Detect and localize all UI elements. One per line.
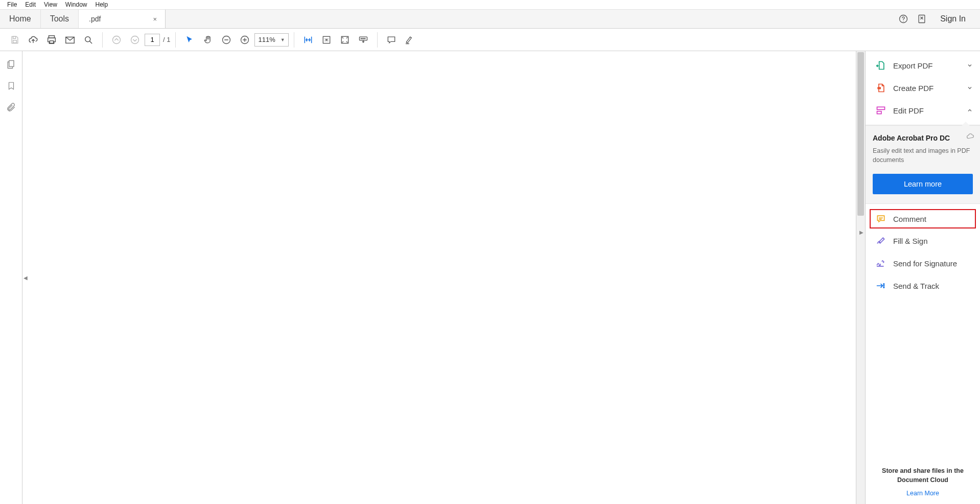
chevron-down-icon — [967, 62, 973, 68]
help-icon[interactable] — [896, 12, 911, 26]
tool-create-pdf[interactable]: Create PDF — [866, 77, 980, 99]
footer-label: Store and share files in the Document Cl… — [875, 467, 971, 485]
menu-file[interactable]: File — [3, 1, 21, 9]
svg-rect-20 — [9, 61, 13, 67]
page-number-control: / 1 — [145, 34, 170, 46]
notifications-icon[interactable] — [915, 12, 929, 26]
svg-point-17 — [362, 38, 362, 38]
svg-rect-3 — [13, 36, 16, 38]
tool-send-track-label: Send & Track — [893, 282, 939, 290]
svg-point-10 — [131, 36, 139, 43]
zoom-value: 111% — [258, 36, 275, 43]
comment-icon — [876, 214, 886, 224]
tool-export-pdf[interactable]: Export PDF — [866, 54, 980, 77]
tab-home[interactable]: Home — [0, 10, 41, 28]
tab-tools[interactable]: Tools — [41, 10, 79, 28]
svg-point-24 — [883, 284, 884, 285]
fill-sign-icon — [876, 236, 886, 246]
fit-width-button[interactable] — [299, 31, 317, 49]
svg-rect-4 — [13, 40, 17, 42]
svg-point-26 — [883, 287, 884, 288]
attachment-icon[interactable] — [5, 101, 17, 113]
create-pdf-icon — [876, 83, 886, 93]
svg-rect-2 — [919, 15, 925, 23]
export-pdf-icon — [876, 60, 886, 71]
svg-point-9 — [113, 36, 121, 43]
fullscreen-button[interactable] — [336, 31, 354, 49]
print-button[interactable] — [43, 31, 60, 49]
main-area: ◀ ▶ Export PDF Create PDF — [0, 51, 980, 504]
tool-fill-sign[interactable]: Fill & Sign — [866, 230, 980, 252]
menu-help[interactable]: Help — [91, 1, 112, 9]
page-total-label: / 1 — [163, 36, 170, 43]
page-thumbnails-icon[interactable] — [5, 58, 17, 71]
send-track-icon — [876, 281, 886, 291]
page-number-input[interactable] — [145, 34, 160, 46]
navigation-pane — [0, 51, 22, 504]
tool-create-pdf-label: Create PDF — [893, 84, 934, 93]
search-button[interactable] — [80, 31, 97, 49]
tool-comment-label: Comment — [893, 215, 926, 223]
nav-pane-collapse-handle[interactable]: ◀ — [22, 271, 29, 284]
hand-tool-button[interactable] — [199, 31, 217, 49]
menu-window[interactable]: Window — [61, 1, 91, 9]
chevron-down-icon: ▼ — [281, 37, 285, 42]
tab-document-title: .pdf — [89, 15, 101, 23]
svg-point-16 — [361, 38, 361, 38]
tool-edit-pdf[interactable]: Edit PDF — [866, 99, 980, 122]
fit-page-button[interactable] — [318, 31, 335, 49]
edit-panel-description: Easily edit text and images in PDF docum… — [873, 146, 973, 165]
learn-more-button[interactable]: Learn more — [873, 174, 973, 194]
vertical-scrollbar[interactable] — [856, 51, 866, 504]
tool-edit-pdf-label: Edit PDF — [893, 106, 924, 115]
document-view[interactable]: ◀ — [22, 51, 856, 504]
sign-in-button[interactable]: Sign In — [933, 14, 973, 24]
zoom-in-button[interactable] — [236, 31, 253, 49]
tool-comment[interactable]: Comment — [870, 209, 976, 228]
edit-panel-title: Adobe Acrobat Pro DC — [873, 134, 973, 142]
svg-point-25 — [883, 285, 884, 286]
svg-point-19 — [364, 38, 365, 38]
highlight-button[interactable] — [401, 31, 418, 49]
tool-fill-sign-label: Fill & Sign — [893, 237, 928, 245]
zoom-out-button[interactable] — [218, 31, 235, 49]
tab-document[interactable]: .pdf × — [79, 10, 166, 28]
menu-bar: File Edit View Window Help — [0, 0, 980, 9]
tools-pane-footer: Store and share files in the Document Cl… — [866, 462, 980, 504]
read-mode-button[interactable] — [355, 31, 372, 49]
bookmark-icon[interactable] — [5, 80, 17, 92]
svg-point-18 — [363, 38, 364, 38]
menu-edit[interactable]: Edit — [21, 1, 40, 9]
cloud-upload-button[interactable] — [25, 31, 42, 49]
comment-bubble-button[interactable] — [383, 31, 400, 49]
edit-pdf-panel: Adobe Acrobat Pro DC Easily edit text an… — [866, 125, 980, 204]
svg-rect-6 — [50, 40, 53, 43]
tools-pane: ▶ Export PDF Create PDF — [866, 51, 980, 504]
tool-send-track[interactable]: Send & Track — [866, 274, 980, 297]
menu-view[interactable]: View — [40, 1, 61, 9]
tools-pane-collapse-handle[interactable]: ▶ — [858, 226, 865, 238]
tool-send-signature[interactable]: Send for Signature — [866, 252, 980, 274]
zoom-select[interactable]: 111% ▼ — [254, 33, 288, 47]
tab-bar: Home Tools .pdf × Sign In — [0, 9, 980, 29]
chevron-down-icon — [967, 85, 973, 91]
tab-close-button[interactable]: × — [150, 15, 160, 23]
send-signature-icon — [876, 258, 886, 268]
save-button[interactable] — [6, 31, 24, 49]
next-page-button[interactable] — [126, 31, 144, 49]
prev-page-button[interactable] — [108, 31, 125, 49]
edit-pdf-icon — [876, 105, 886, 116]
tool-export-pdf-label: Export PDF — [893, 61, 933, 70]
svg-point-1 — [903, 21, 904, 21]
chevron-up-icon — [967, 107, 973, 113]
selection-tool-button[interactable] — [181, 31, 198, 49]
svg-rect-22 — [877, 107, 885, 109]
footer-learn-more-link[interactable]: Learn More — [906, 490, 939, 497]
scrollbar-thumb[interactable] — [857, 52, 864, 216]
tool-send-signature-label: Send for Signature — [893, 259, 957, 268]
svg-rect-21 — [877, 87, 881, 89]
cloud-icon[interactable] — [966, 132, 975, 141]
email-button[interactable] — [61, 31, 79, 49]
toolbar: / 1 111% ▼ — [0, 29, 980, 51]
svg-rect-23 — [877, 111, 881, 114]
